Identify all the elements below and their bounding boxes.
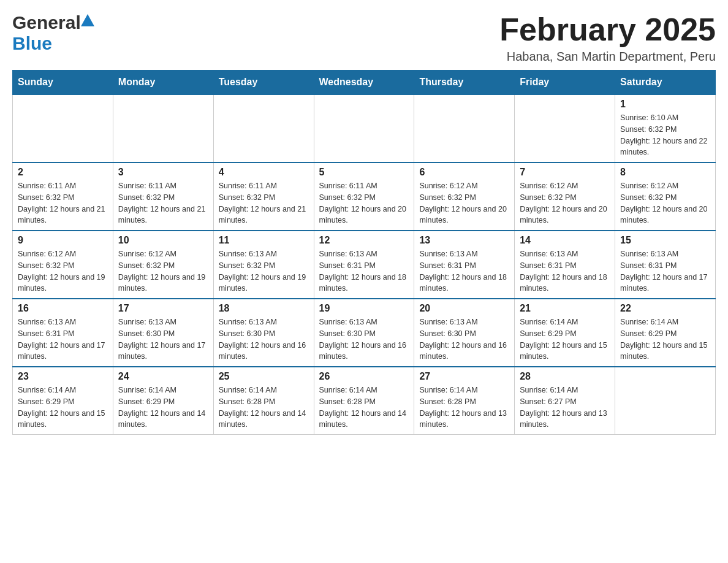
day-number: 22 bbox=[620, 303, 710, 314]
day-sun-info: Sunrise: 6:13 AMSunset: 6:30 PMDaylight:… bbox=[219, 316, 309, 362]
day-number: 25 bbox=[219, 371, 309, 382]
calendar-cell: 11Sunrise: 6:13 AMSunset: 6:32 PMDayligh… bbox=[213, 231, 314, 299]
day-sun-info: Sunrise: 6:12 AMSunset: 6:32 PMDaylight:… bbox=[18, 248, 108, 294]
calendar-week-row: 16Sunrise: 6:13 AMSunset: 6:31 PMDayligh… bbox=[13, 299, 716, 367]
title-section: February 2025 Habana, San Martin Departm… bbox=[499, 12, 716, 64]
calendar-week-row: 9Sunrise: 6:12 AMSunset: 6:32 PMDaylight… bbox=[13, 231, 716, 299]
calendar-cell: 25Sunrise: 6:14 AMSunset: 6:28 PMDayligh… bbox=[213, 367, 314, 435]
calendar-cell: 16Sunrise: 6:13 AMSunset: 6:31 PMDayligh… bbox=[13, 299, 113, 367]
day-number: 6 bbox=[419, 167, 509, 178]
weekday-header-monday: Monday bbox=[113, 71, 213, 95]
day-sun-info: Sunrise: 6:13 AMSunset: 6:31 PMDaylight:… bbox=[319, 248, 409, 294]
day-number: 11 bbox=[219, 235, 309, 246]
calendar-cell bbox=[213, 94, 314, 163]
day-number: 8 bbox=[620, 167, 710, 178]
calendar-cell bbox=[13, 94, 113, 163]
day-sun-info: Sunrise: 6:14 AMSunset: 6:27 PMDaylight:… bbox=[520, 385, 610, 431]
day-sun-info: Sunrise: 6:11 AMSunset: 6:32 PMDaylight:… bbox=[219, 180, 309, 226]
day-number: 10 bbox=[118, 235, 208, 246]
day-sun-info: Sunrise: 6:14 AMSunset: 6:29 PMDaylight:… bbox=[118, 385, 208, 431]
day-number: 1 bbox=[620, 99, 710, 110]
calendar-cell bbox=[615, 367, 716, 435]
day-sun-info: Sunrise: 6:13 AMSunset: 6:30 PMDaylight:… bbox=[319, 316, 409, 362]
day-number: 17 bbox=[118, 303, 208, 314]
calendar-table: SundayMondayTuesdayWednesdayThursdayFrid… bbox=[12, 70, 716, 435]
day-number: 18 bbox=[219, 303, 309, 314]
day-sun-info: Sunrise: 6:12 AMSunset: 6:32 PMDaylight:… bbox=[419, 180, 509, 226]
calendar-cell: 10Sunrise: 6:12 AMSunset: 6:32 PMDayligh… bbox=[113, 231, 213, 299]
calendar-cell bbox=[113, 94, 213, 163]
day-number: 4 bbox=[219, 167, 309, 178]
calendar-cell: 24Sunrise: 6:14 AMSunset: 6:29 PMDayligh… bbox=[113, 367, 213, 435]
calendar-cell: 4Sunrise: 6:11 AMSunset: 6:32 PMDaylight… bbox=[213, 163, 314, 231]
day-sun-info: Sunrise: 6:13 AMSunset: 6:30 PMDaylight:… bbox=[118, 316, 208, 362]
day-sun-info: Sunrise: 6:13 AMSunset: 6:31 PMDaylight:… bbox=[419, 248, 509, 294]
calendar-cell: 13Sunrise: 6:13 AMSunset: 6:31 PMDayligh… bbox=[414, 231, 515, 299]
page-header: General Blue February 2025 Habana, San M… bbox=[12, 12, 716, 64]
day-number: 21 bbox=[520, 303, 610, 314]
day-sun-info: Sunrise: 6:13 AMSunset: 6:31 PMDaylight:… bbox=[620, 248, 710, 294]
calendar-cell: 14Sunrise: 6:13 AMSunset: 6:31 PMDayligh… bbox=[515, 231, 615, 299]
day-number: 2 bbox=[18, 167, 108, 178]
weekday-header-tuesday: Tuesday bbox=[213, 71, 314, 95]
calendar-cell: 22Sunrise: 6:14 AMSunset: 6:29 PMDayligh… bbox=[615, 299, 716, 367]
location-subtitle: Habana, San Martin Department, Peru bbox=[499, 50, 716, 64]
day-number: 7 bbox=[520, 167, 610, 178]
calendar-cell: 2Sunrise: 6:11 AMSunset: 6:32 PMDaylight… bbox=[13, 163, 113, 231]
day-sun-info: Sunrise: 6:14 AMSunset: 6:29 PMDaylight:… bbox=[520, 316, 610, 362]
day-sun-info: Sunrise: 6:13 AMSunset: 6:31 PMDaylight:… bbox=[18, 316, 108, 362]
day-number: 16 bbox=[18, 303, 108, 314]
logo-general-text: General bbox=[12, 12, 81, 33]
calendar-cell: 21Sunrise: 6:14 AMSunset: 6:29 PMDayligh… bbox=[515, 299, 615, 367]
day-number: 24 bbox=[118, 371, 208, 382]
logo-blue-text: Blue bbox=[12, 33, 52, 53]
day-number: 28 bbox=[520, 371, 610, 382]
calendar-cell: 23Sunrise: 6:14 AMSunset: 6:29 PMDayligh… bbox=[13, 367, 113, 435]
day-number: 19 bbox=[319, 303, 409, 314]
calendar-cell: 15Sunrise: 6:13 AMSunset: 6:31 PMDayligh… bbox=[615, 231, 716, 299]
calendar-cell: 28Sunrise: 6:14 AMSunset: 6:27 PMDayligh… bbox=[515, 367, 615, 435]
calendar-cell: 8Sunrise: 6:12 AMSunset: 6:32 PMDaylight… bbox=[615, 163, 716, 231]
calendar-cell: 20Sunrise: 6:13 AMSunset: 6:30 PMDayligh… bbox=[414, 299, 515, 367]
day-sun-info: Sunrise: 6:14 AMSunset: 6:28 PMDaylight:… bbox=[419, 385, 509, 431]
day-sun-info: Sunrise: 6:12 AMSunset: 6:32 PMDaylight:… bbox=[118, 248, 208, 294]
day-number: 12 bbox=[319, 235, 409, 246]
calendar-cell: 9Sunrise: 6:12 AMSunset: 6:32 PMDaylight… bbox=[13, 231, 113, 299]
calendar-cell: 1Sunrise: 6:10 AMSunset: 6:32 PMDaylight… bbox=[615, 94, 716, 163]
day-sun-info: Sunrise: 6:13 AMSunset: 6:32 PMDaylight:… bbox=[219, 248, 309, 294]
calendar-cell: 6Sunrise: 6:12 AMSunset: 6:32 PMDaylight… bbox=[414, 163, 515, 231]
day-sun-info: Sunrise: 6:11 AMSunset: 6:32 PMDaylight:… bbox=[118, 180, 208, 226]
day-number: 26 bbox=[319, 371, 409, 382]
day-sun-info: Sunrise: 6:14 AMSunset: 6:28 PMDaylight:… bbox=[319, 385, 409, 431]
calendar-cell: 5Sunrise: 6:11 AMSunset: 6:32 PMDaylight… bbox=[314, 163, 414, 231]
month-year-title: February 2025 bbox=[499, 12, 716, 47]
day-sun-info: Sunrise: 6:12 AMSunset: 6:32 PMDaylight:… bbox=[520, 180, 610, 226]
calendar-cell bbox=[414, 94, 515, 163]
day-sun-info: Sunrise: 6:11 AMSunset: 6:32 PMDaylight:… bbox=[18, 180, 108, 226]
svg-marker-0 bbox=[81, 14, 94, 26]
day-sun-info: Sunrise: 6:13 AMSunset: 6:31 PMDaylight:… bbox=[520, 248, 610, 294]
calendar-cell: 3Sunrise: 6:11 AMSunset: 6:32 PMDaylight… bbox=[113, 163, 213, 231]
calendar-week-row: 2Sunrise: 6:11 AMSunset: 6:32 PMDaylight… bbox=[13, 163, 716, 231]
day-sun-info: Sunrise: 6:14 AMSunset: 6:29 PMDaylight:… bbox=[18, 385, 108, 431]
calendar-cell: 12Sunrise: 6:13 AMSunset: 6:31 PMDayligh… bbox=[314, 231, 414, 299]
logo-triangle-icon bbox=[81, 14, 94, 26]
day-sun-info: Sunrise: 6:10 AMSunset: 6:32 PMDaylight:… bbox=[620, 112, 710, 158]
calendar-cell bbox=[515, 94, 615, 163]
calendar-cell: 17Sunrise: 6:13 AMSunset: 6:30 PMDayligh… bbox=[113, 299, 213, 367]
day-number: 5 bbox=[319, 167, 409, 178]
weekday-header-friday: Friday bbox=[515, 71, 615, 95]
calendar-cell: 7Sunrise: 6:12 AMSunset: 6:32 PMDaylight… bbox=[515, 163, 615, 231]
day-number: 13 bbox=[419, 235, 509, 246]
calendar-cell: 27Sunrise: 6:14 AMSunset: 6:28 PMDayligh… bbox=[414, 367, 515, 435]
day-number: 27 bbox=[419, 371, 509, 382]
day-sun-info: Sunrise: 6:12 AMSunset: 6:32 PMDaylight:… bbox=[620, 180, 710, 226]
calendar-cell: 26Sunrise: 6:14 AMSunset: 6:28 PMDayligh… bbox=[314, 367, 414, 435]
day-number: 14 bbox=[520, 235, 610, 246]
calendar-cell: 18Sunrise: 6:13 AMSunset: 6:30 PMDayligh… bbox=[213, 299, 314, 367]
calendar-cell: 19Sunrise: 6:13 AMSunset: 6:30 PMDayligh… bbox=[314, 299, 414, 367]
weekday-header-sunday: Sunday bbox=[13, 71, 113, 95]
logo: General Blue bbox=[12, 12, 94, 54]
day-sun-info: Sunrise: 6:14 AMSunset: 6:28 PMDaylight:… bbox=[219, 385, 309, 431]
calendar-week-row: 23Sunrise: 6:14 AMSunset: 6:29 PMDayligh… bbox=[13, 367, 716, 435]
